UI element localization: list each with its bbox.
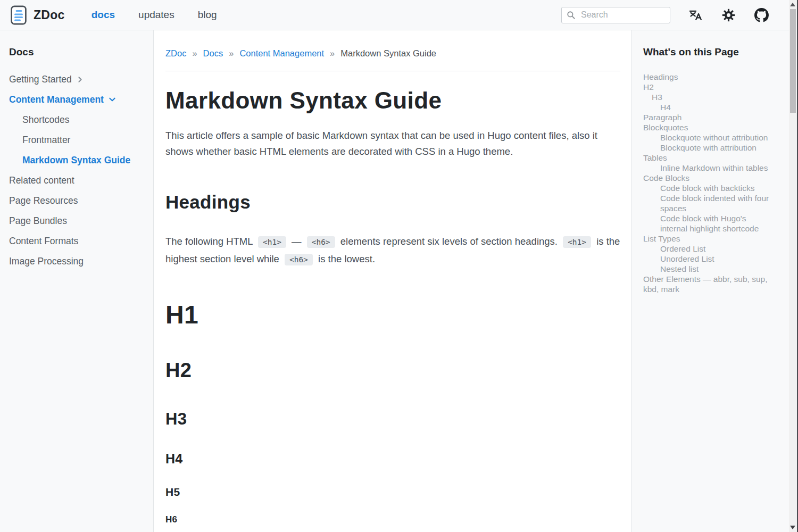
breadcrumb-link-docs[interactable]: Docs <box>203 48 223 59</box>
sidebar-item-getting-started[interactable]: Getting Started <box>9 74 148 85</box>
main-content: ZDoc»Docs»Content Management»Markdown Sy… <box>154 30 631 532</box>
toc-item-other-elements-abbr-sub-sup-kbd-mark[interactable]: Other Elements — abbr, sub, sup, kbd, ma… <box>643 274 775 294</box>
translate-icon[interactable] <box>688 8 703 22</box>
toc-item-h2[interactable]: H2 <box>643 82 775 92</box>
breadcrumb-link-content-management[interactable]: Content Management <box>239 48 324 59</box>
toc-item-h4[interactable]: H4 <box>643 102 775 112</box>
breadcrumb-separator: » <box>330 48 335 59</box>
sample-heading-h3: H3 <box>165 410 620 429</box>
inline-code: <h6> <box>307 236 335 248</box>
sidebar-item-label: Content Management <box>9 94 104 105</box>
nav-link-blog[interactable]: blog <box>198 9 217 21</box>
primary-nav: docsupdatesblog <box>92 9 217 21</box>
scroll-up-arrow-icon[interactable] <box>790 3 795 6</box>
breadcrumb-separator: » <box>192 48 197 59</box>
toc-item-code-block-with-backticks[interactable]: Code block with backticks <box>643 183 775 193</box>
inline-code: <h1> <box>563 236 591 248</box>
chevron-down-icon <box>109 96 116 103</box>
search-icon <box>566 10 576 20</box>
toc-item-nested-list[interactable]: Nested list <box>643 264 775 274</box>
toc-item-inline-markdown-within-tables[interactable]: Inline Markdown within tables <box>643 163 775 173</box>
chevron-right-icon <box>77 76 84 83</box>
toc-item-blockquote-with-attribution[interactable]: Blockquote with attribution <box>643 143 775 153</box>
sidebar-item-content-formats[interactable]: Content Formats <box>9 236 148 246</box>
header-actions <box>688 8 769 22</box>
sample-heading-h1: H1 <box>165 300 620 329</box>
sidebar-item-page-resources[interactable]: Page Resources <box>9 195 148 206</box>
breadcrumb-current: Markdown Syntax Guide <box>340 48 436 59</box>
search-input[interactable] <box>580 10 666 20</box>
page-scrollbar[interactable] <box>789 0 798 532</box>
docs-sidebar: Docs Getting StartedContent ManagementSh… <box>0 30 154 532</box>
breadcrumb-divider <box>165 71 620 71</box>
toc-item-ordered-list[interactable]: Ordered List <box>643 244 775 254</box>
sample-heading-h4: H4 <box>165 451 620 467</box>
breadcrumb-link-zdoc[interactable]: ZDoc <box>165 48 186 59</box>
toc-item-list-types[interactable]: List Types <box>643 234 775 244</box>
sidebar-item-label: Image Processing <box>9 256 84 267</box>
sidebar-item-label: Page Resources <box>9 195 78 206</box>
sidebar-item-content-management[interactable]: Content Management <box>9 94 148 105</box>
sidebar-item-label: Related content <box>9 175 74 186</box>
sample-heading-h2: H2 <box>165 359 620 382</box>
sidebar-item-label: Page Bundles <box>9 215 67 226</box>
breadcrumb: ZDoc»Docs»Content Management»Markdown Sy… <box>165 48 620 59</box>
toc-item-tables[interactable]: Tables <box>643 153 775 163</box>
logo-document-icon[interactable] <box>11 5 27 25</box>
scroll-down-arrow-icon[interactable] <box>790 526 795 529</box>
headings-paragraph: The following HTML <h1> — <h6> elements … <box>165 233 620 268</box>
page-layout: Docs Getting StartedContent ManagementSh… <box>0 30 789 532</box>
nav-link-docs[interactable]: docs <box>92 9 115 21</box>
intro-paragraph: This article offers a sample of basic Ma… <box>165 128 620 160</box>
sample-headings: H1H2H3H4H5H6 <box>165 300 620 525</box>
page-title: Markdown Syntax Guide <box>165 87 620 114</box>
theme-gear-icon[interactable] <box>721 8 736 22</box>
toc-list: HeadingsH2H3H4ParagraphBlockquotesBlockq… <box>643 72 775 294</box>
sidebar-item-label: Frontmatter <box>22 135 70 145</box>
toc-item-code-block-indented-with-four-spaces[interactable]: Code block indented with four spaces <box>643 193 775 213</box>
toc-item-code-blocks[interactable]: Code Blocks <box>643 173 775 183</box>
inline-code: <h6> <box>285 254 313 265</box>
brand-title[interactable]: ZDoc <box>34 8 65 22</box>
sidebar-item-label: Content Formats <box>9 236 78 246</box>
inline-code: <h1> <box>258 236 286 248</box>
sidebar-item-label: Shortcodes <box>22 114 70 125</box>
sample-heading-h5: H5 <box>165 486 620 498</box>
section-heading-headings: Headings <box>165 192 620 213</box>
toc-panel: What's on this Page HeadingsH2H3H4Paragr… <box>631 30 789 532</box>
sidebar-item-markdown-syntax-guide[interactable]: Markdown Syntax Guide <box>9 155 148 165</box>
sidebar-item-page-bundles[interactable]: Page Bundles <box>9 215 148 226</box>
search-box[interactable] <box>561 7 670 23</box>
sidebar-item-frontmatter[interactable]: Frontmatter <box>9 135 148 145</box>
toc-item-code-block-with-hugo-s-internal-highlight-shortcode[interactable]: Code block with Hugo's internal highligh… <box>643 213 775 234</box>
sidebar-item-shortcodes[interactable]: Shortcodes <box>9 114 148 125</box>
top-navbar: ZDoc docsupdatesblog <box>0 0 798 30</box>
github-icon[interactable] <box>754 8 769 22</box>
toc-title: What's on this Page <box>643 46 775 58</box>
sidebar-item-image-processing[interactable]: Image Processing <box>9 256 148 267</box>
sidebar-item-label: Markdown Syntax Guide <box>22 155 130 165</box>
toc-item-h3[interactable]: H3 <box>643 92 775 102</box>
sidebar-menu: Getting StartedContent ManagementShortco… <box>9 74 148 267</box>
sidebar-title: Docs <box>9 46 148 58</box>
breadcrumb-separator: » <box>229 48 234 59</box>
sample-heading-h6: H6 <box>165 514 620 525</box>
sidebar-item-label: Getting Started <box>9 74 72 85</box>
toc-item-unordered-list[interactable]: Unordered List <box>643 254 775 264</box>
toc-item-headings[interactable]: Headings <box>643 72 775 82</box>
scrollbar-thumb[interactable] <box>790 9 796 113</box>
toc-item-blockquote-without-attribution[interactable]: Blockquote without attribution <box>643 132 775 143</box>
sidebar-item-related-content[interactable]: Related content <box>9 175 148 186</box>
toc-item-paragraph[interactable]: Paragraph <box>643 112 775 122</box>
toc-item-blockquotes[interactable]: Blockquotes <box>643 122 775 132</box>
nav-link-updates[interactable]: updates <box>138 9 174 21</box>
